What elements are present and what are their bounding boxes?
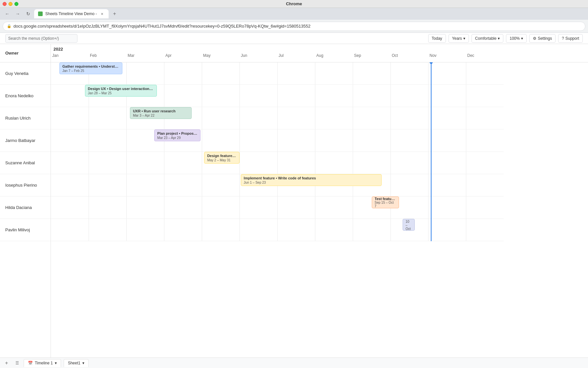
month-divider	[202, 174, 202, 196]
month-divider	[390, 219, 391, 241]
month-divider	[164, 62, 164, 84]
month-divider	[89, 219, 89, 241]
search-menu-input[interactable]: Search the menus (Option+/)	[5, 34, 77, 43]
sheets-toolbar: Search the menus (Option+/) Today Years …	[0, 33, 588, 44]
month-divider	[428, 107, 429, 129]
owner-row: Enora Nedelko	[0, 85, 51, 107]
today-line	[431, 62, 431, 241]
maximize-button[interactable]	[14, 2, 18, 6]
task-bar[interactable]: Rollout • Happy end usersOct 10 – Oct 20	[403, 219, 415, 231]
month-divider	[466, 196, 466, 218]
sheet1-tab[interactable]: Sheet1 ▾	[64, 359, 89, 367]
timeline-header: 2022 JanFebMarAprMayJunJulAugSepOctNovDe…	[51, 44, 588, 62]
month-label: Sep	[353, 53, 390, 58]
today-button[interactable]: Today	[428, 34, 446, 43]
close-button[interactable]	[3, 2, 7, 6]
month-divider	[126, 219, 127, 241]
owner-row: Ruslan Ulrich	[0, 107, 51, 129]
month-divider	[126, 152, 127, 174]
month-divider	[202, 107, 202, 129]
task-bar[interactable]: Design feature • Eng design of featuresM…	[204, 152, 240, 164]
minimize-button[interactable]	[9, 2, 12, 6]
task-bar[interactable]: Implement feature • Write code of featur…	[241, 174, 382, 186]
year-label: 2022	[51, 47, 63, 52]
tab-dropdown-icon: ▾	[82, 361, 84, 365]
month-divider	[240, 152, 240, 174]
forward-button[interactable]: →	[13, 9, 22, 18]
month-label: Mar	[126, 53, 164, 58]
timeline-grid[interactable]: 2022 JanFebMarAprMayJunJulAugSepOctNovDe…	[51, 44, 588, 357]
month-divider	[89, 174, 89, 196]
month-label: Feb	[89, 53, 126, 58]
add-sheet-button[interactable]: +	[3, 359, 10, 367]
month-divider	[315, 107, 315, 129]
month-divider	[390, 85, 391, 107]
address-bar[interactable]: 🔒 docs.google.com/spreadsheets/d/1eIpOzJ…	[3, 22, 585, 31]
task-bar[interactable]: Test feature • QA pass and dogfoodSep 15…	[372, 196, 399, 208]
toolbar-right: Today Years ▾ Comfortable ▾ 100% ▾ ⚙ Set…	[428, 34, 583, 43]
settings-button[interactable]: ⚙ Settings	[529, 34, 556, 43]
tab-close-button[interactable]: ✕	[99, 11, 105, 16]
month-divider	[315, 129, 315, 151]
month-divider	[89, 196, 89, 218]
month-divider	[353, 219, 353, 241]
task-bar[interactable]: UXR • Run user researchMar 3 – Apr 22	[130, 107, 192, 119]
zoom-button[interactable]: 100% ▾	[506, 34, 527, 43]
task-bar[interactable]: Design UX • Design user interactions and…	[85, 85, 157, 97]
browser-tab[interactable]: Sheets Timeline View Demo - ✕	[34, 9, 109, 18]
month-divider	[428, 152, 429, 174]
month-divider	[240, 85, 240, 107]
timeline-tab[interactable]: 📅 Timeline 1 ▾	[24, 359, 61, 367]
mac-window-controls	[3, 2, 18, 6]
owner-row: Hilda Daciana	[0, 196, 51, 219]
month-divider	[315, 62, 315, 84]
month-divider	[466, 129, 466, 151]
month-divider	[277, 152, 278, 174]
month-divider	[315, 152, 315, 174]
owner-row: Suzanne Anibal	[0, 152, 51, 174]
month-divider	[164, 152, 164, 174]
month-divider	[428, 129, 429, 151]
gear-icon: ⚙	[533, 36, 536, 41]
month-divider	[164, 85, 164, 107]
support-button[interactable]: ? Support	[558, 34, 583, 43]
new-tab-button[interactable]: +	[110, 9, 119, 18]
month-divider	[126, 129, 127, 151]
bottom-bar: + ☰ 📅 Timeline 1 ▾ Sheet1 ▾	[0, 357, 588, 368]
month-divider	[89, 107, 89, 129]
month-divider	[353, 152, 353, 174]
month-label: Jan	[51, 53, 89, 58]
grid-row	[51, 152, 504, 174]
grid-row	[51, 107, 504, 129]
month-divider	[466, 152, 466, 174]
mac-titlebar: Chrome	[0, 0, 588, 8]
task-bar[interactable]: Plan project • Propose project details t…	[154, 129, 200, 141]
month-label: Jul	[277, 53, 315, 58]
month-divider	[202, 85, 202, 107]
grid-row	[51, 129, 504, 152]
month-divider	[240, 174, 240, 196]
month-divider	[202, 152, 202, 174]
search-menu-placeholder: Search the menus (Option+/)	[8, 36, 59, 41]
month-divider	[277, 196, 278, 218]
month-label: Apr	[164, 53, 202, 58]
month-label: May	[202, 53, 240, 58]
owner-rows: Guy VenetiaEnora NedelkoRuslan UlrichJar…	[0, 62, 51, 241]
month-label: Aug	[315, 53, 353, 58]
back-button[interactable]: ←	[3, 9, 12, 18]
month-divider	[353, 196, 353, 218]
month-label: Jun	[240, 53, 277, 58]
month-divider	[164, 174, 164, 196]
month-divider	[466, 62, 466, 84]
month-divider	[428, 62, 429, 84]
task-bar[interactable]: Gather requirements • Understand user re…	[59, 62, 122, 74]
months-row: JanFebMarAprMayJunJulAugSepOctNovDec	[51, 53, 588, 58]
reload-button[interactable]: ↻	[24, 9, 33, 18]
owner-row: Jarmo Batbayar	[0, 129, 51, 152]
timeline-container: Owner Guy VenetiaEnora NedelkoRuslan Ulr…	[0, 44, 588, 357]
sheets-list-button[interactable]: ☰	[13, 359, 21, 367]
month-divider	[164, 219, 164, 241]
comfortable-button[interactable]: Comfortable ▾	[472, 34, 503, 43]
years-button[interactable]: Years ▾	[449, 34, 469, 43]
month-divider	[428, 219, 429, 241]
